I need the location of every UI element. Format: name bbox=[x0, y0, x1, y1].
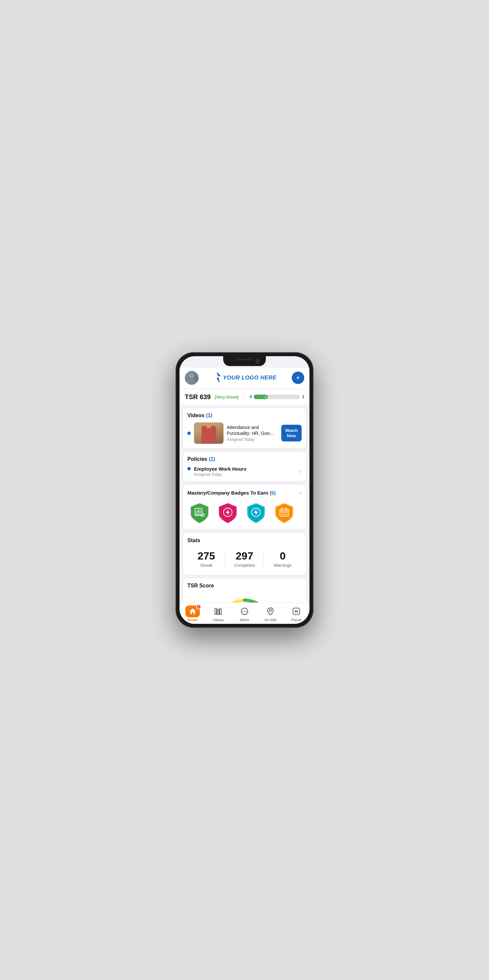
videos-card: Videos (1) Attendance and Punctuality: H… bbox=[183, 408, 306, 449]
badges-grid bbox=[187, 501, 302, 525]
gauge-container: 639 bbox=[187, 592, 302, 603]
badge-chart-icon bbox=[194, 507, 205, 519]
video-head bbox=[206, 422, 212, 428]
badges-header: Mastery/Company Badges To Earn (5) › bbox=[187, 489, 302, 496]
policies-title: Policies (1) bbox=[187, 456, 302, 462]
phone-screen: YOUR LOGO HERE + TSR 639 (Very Good) 0 1… bbox=[180, 356, 309, 624]
svg-point-0 bbox=[189, 373, 194, 379]
policy-left: Employee Work Hours Assigned Today bbox=[187, 466, 247, 477]
stats-title: Stats bbox=[187, 538, 302, 544]
badges-chevron-icon: › bbox=[299, 489, 302, 496]
progress-track: 1 bbox=[254, 395, 300, 399]
logo-text: YOUR LOGO HERE bbox=[223, 375, 277, 381]
nav-onsite-label: On-Site bbox=[264, 618, 277, 622]
svg-rect-30 bbox=[215, 608, 217, 614]
svg-rect-20 bbox=[281, 512, 283, 513]
progress-fill: 1 bbox=[254, 395, 268, 399]
progress-marker: 1 bbox=[265, 395, 266, 398]
logo-icon bbox=[214, 372, 221, 383]
svg-rect-41 bbox=[297, 610, 298, 612]
bottom-nav: 2 Home Library bbox=[180, 603, 309, 624]
nav-library-label: Library bbox=[213, 618, 224, 622]
nav-library[interactable]: Library bbox=[209, 605, 228, 622]
nav-home-icon-wrap: 2 bbox=[185, 605, 200, 617]
tsr-progress-area: 0 1 3 bbox=[250, 395, 304, 399]
policy-item[interactable]: Employee Work Hours Assigned Today › bbox=[187, 466, 302, 477]
nav-library-icon-wrap bbox=[211, 605, 226, 617]
user-avatar[interactable] bbox=[185, 371, 199, 385]
svg-point-38 bbox=[269, 609, 272, 612]
nav-alerts[interactable]: Alerts bbox=[235, 605, 254, 622]
video-item: Attendance and Punctuality: HR, Goo... A… bbox=[187, 422, 302, 444]
phone-frame: YOUR LOGO HERE + TSR 639 (Very Good) 0 1… bbox=[175, 352, 314, 628]
nav-pause-label: Pause bbox=[291, 618, 302, 622]
watch-now-button[interactable]: WatchNow bbox=[281, 425, 302, 441]
stat-completed-value: 297 bbox=[225, 550, 263, 562]
badge-lightning-teal-icon bbox=[250, 506, 262, 520]
nav-pause-icon-wrap bbox=[289, 605, 304, 617]
avatar-placeholder bbox=[185, 371, 199, 385]
nav-home-badge: 2 bbox=[196, 604, 201, 609]
svg-rect-24 bbox=[284, 514, 285, 515]
policy-dot bbox=[187, 467, 191, 470]
policy-title: Employee Work Hours bbox=[194, 466, 247, 472]
policy-chevron-icon: › bbox=[299, 468, 302, 475]
svg-marker-15 bbox=[254, 509, 258, 515]
badge-green[interactable] bbox=[187, 501, 212, 525]
stat-warnings-value: 0 bbox=[264, 550, 302, 562]
stat-warnings: 0 Warnings bbox=[264, 550, 302, 568]
policies-card: Policies (1) Employee Work Hours Assigne… bbox=[183, 452, 306, 482]
svg-rect-25 bbox=[286, 514, 287, 515]
stat-streak: 275 Streak bbox=[187, 550, 225, 568]
badge-teal[interactable] bbox=[244, 501, 268, 525]
gauge-chart: 639 bbox=[212, 595, 277, 603]
svg-rect-39 bbox=[293, 608, 299, 615]
library-icon bbox=[214, 607, 223, 616]
svg-point-37 bbox=[245, 611, 247, 612]
onsite-icon bbox=[266, 607, 275, 616]
svg-marker-13 bbox=[226, 509, 230, 515]
video-figure bbox=[202, 426, 216, 444]
svg-point-1 bbox=[187, 379, 196, 384]
add-button[interactable]: + bbox=[292, 372, 304, 384]
tsr-max: 3 bbox=[302, 395, 304, 399]
video-info: Attendance and Punctuality: HR, Goo... A… bbox=[227, 425, 278, 442]
stat-streak-label: Streak bbox=[187, 563, 225, 568]
logo-area: YOUR LOGO HERE bbox=[214, 372, 277, 383]
badges-card: Mastery/Company Badges To Earn (5) › bbox=[183, 485, 306, 530]
svg-point-35 bbox=[242, 611, 243, 612]
nav-onsite[interactable]: On-Site bbox=[261, 605, 280, 622]
phone-notch bbox=[223, 356, 266, 366]
videos-title: Videos (1) bbox=[187, 413, 302, 418]
home-icon bbox=[189, 608, 197, 615]
svg-point-36 bbox=[244, 611, 245, 612]
nav-home[interactable]: 2 Home bbox=[183, 605, 202, 622]
stat-warnings-label: Warnings bbox=[264, 563, 302, 568]
app-header: YOUR LOGO HERE + bbox=[180, 368, 309, 389]
tsr-score-title: TSR Score bbox=[187, 583, 302, 589]
tsr-score-card: TSR Score bbox=[183, 578, 306, 603]
tsr-rating: (Very Good) bbox=[215, 395, 239, 399]
stat-completed: 297 Completed bbox=[225, 550, 263, 568]
screen-content: YOUR LOGO HERE + TSR 639 (Very Good) 0 1… bbox=[180, 356, 309, 603]
nav-onsite-icon-wrap bbox=[263, 605, 278, 617]
svg-rect-32 bbox=[220, 609, 221, 614]
tsr-min: 0 bbox=[250, 395, 252, 399]
alerts-icon bbox=[240, 607, 249, 616]
svg-rect-22 bbox=[286, 512, 287, 513]
svg-rect-23 bbox=[281, 514, 283, 515]
badges-title: Mastery/Company Badges To Earn (5) bbox=[187, 490, 276, 496]
badge-pink[interactable] bbox=[216, 501, 240, 525]
nav-home-label: Home bbox=[187, 618, 198, 622]
video-thumbnail bbox=[194, 422, 223, 444]
policy-info: Employee Work Hours Assigned Today bbox=[194, 466, 247, 477]
pause-icon bbox=[292, 607, 301, 616]
stats-card: Stats 275 Streak 297 Completed 0 Warning… bbox=[183, 533, 306, 575]
nav-pause[interactable]: Pause bbox=[287, 605, 306, 622]
badge-orange[interactable] bbox=[272, 501, 296, 525]
stat-streak-value: 275 bbox=[187, 550, 225, 562]
stats-grid: 275 Streak 297 Completed 0 Warnings bbox=[187, 547, 302, 570]
notch-speaker bbox=[236, 359, 254, 360]
nav-alerts-label: Alerts bbox=[240, 618, 249, 622]
video-subtitle: Assigned Today bbox=[227, 437, 278, 442]
